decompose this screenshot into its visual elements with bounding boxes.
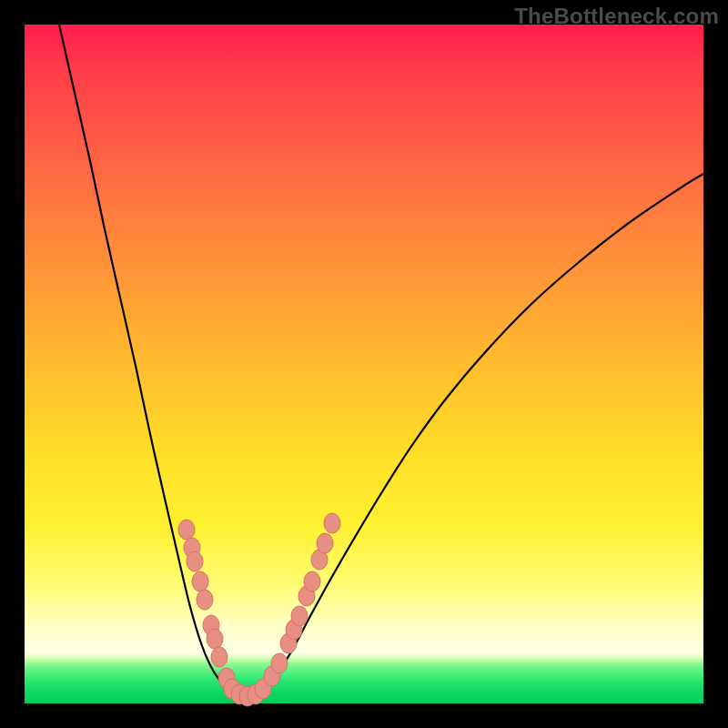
scatter-dot xyxy=(197,590,213,610)
scatter-dot xyxy=(271,653,288,673)
scatter-dot xyxy=(178,520,195,540)
scatter-dot xyxy=(304,571,320,592)
scatter-dots xyxy=(178,513,340,706)
scatter-dot xyxy=(211,647,228,667)
scatter-dot xyxy=(207,629,223,649)
curve-svg xyxy=(25,25,703,703)
scatter-dot xyxy=(187,551,203,571)
chart-frame: TheBottleneck.com xyxy=(0,0,728,728)
scatter-dot xyxy=(192,571,208,592)
scatter-dot xyxy=(324,513,340,533)
scatter-dot xyxy=(291,606,308,626)
plot-area xyxy=(25,25,703,703)
scatter-dot xyxy=(317,533,333,553)
watermark-text: TheBottleneck.com xyxy=(514,4,719,29)
bottleneck-curve xyxy=(59,25,703,696)
